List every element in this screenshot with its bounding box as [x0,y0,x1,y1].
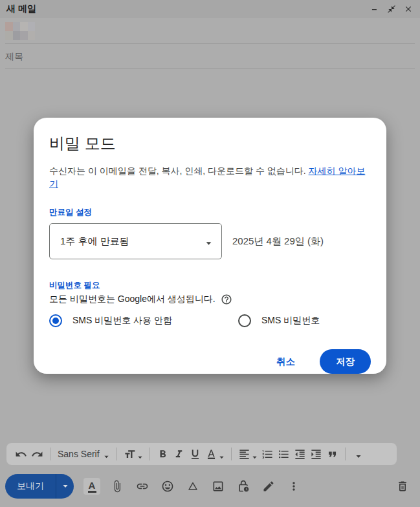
close-icon[interactable] [403,4,414,14]
window-title: 새 메일 [6,3,36,15]
cancel-button[interactable]: 취소 [271,352,300,372]
align-icon[interactable] [236,446,260,462]
discard-draft-icon[interactable] [394,478,411,495]
recipient-field[interactable] [5,18,415,44]
numbered-list-icon[interactable] [260,446,276,462]
expiry-dropdown[interactable]: 1주 후에 만료됨 [49,223,222,259]
chevron-down-icon [205,238,212,245]
exit-fullscreen-icon[interactable] [386,4,397,14]
insert-photo-icon[interactable] [210,478,227,495]
send-options-chevron-icon[interactable] [56,474,74,499]
bulleted-list-icon[interactable] [276,446,292,462]
chevron-down-icon [252,451,258,457]
toolbar-divider [50,448,50,460]
passcode-section-label: 비밀번호 필요 [49,280,371,291]
italic-icon[interactable] [171,446,187,462]
subject-field-row [5,44,415,69]
radio-unselected-icon [238,314,251,327]
font-family-value: Sans Serif [58,449,100,459]
toolbar-divider [231,448,232,460]
redo-icon[interactable] [29,446,45,462]
formatting-options-icon[interactable]: A [83,478,100,495]
subject-input[interactable] [5,51,415,61]
confidential-mode-icon[interactable] [235,478,252,495]
chevron-down-icon [137,451,143,457]
toolbar-divider [345,448,346,460]
bold-icon[interactable] [155,446,171,462]
indent-increase-icon[interactable] [308,446,324,462]
undo-icon[interactable] [13,446,29,462]
insert-link-icon[interactable] [134,478,151,495]
radio-selected-icon [49,314,62,327]
minimize-icon[interactable] [370,4,380,14]
save-button[interactable]: 저장 [320,349,371,374]
expiry-section-label: 만료일 설정 [49,207,371,218]
toolbar-divider [116,448,117,460]
insert-signature-icon[interactable] [260,478,277,495]
indent-decrease-icon[interactable] [292,446,308,462]
dialog-description: 수신자는 이 이메일을 전달, 복사, 인쇄, 다운로드할 수 없습니다. 자세… [49,164,371,190]
radio-option-no-sms-passcode[interactable]: SMS 비밀번호 사용 안함 [49,314,238,327]
radio-option-sms-passcode[interactable]: SMS 비밀번호 [238,314,320,327]
toolbar-divider [149,448,150,460]
chevron-down-icon [219,451,225,457]
more-options-icon[interactable] [285,478,302,495]
compose-titlebar: 새 메일 [0,0,420,18]
passcode-description: 모든 비밀번호는 Google에서 생성됩니다. [49,294,216,305]
expiry-selected-value: 1주 후에 만료됨 [60,235,129,248]
font-family-selector[interactable]: Sans Serif [55,449,112,459]
window-controls [370,4,414,14]
attach-file-icon[interactable] [109,478,126,495]
expiry-date-text: 2025년 4월 29일 (화) [232,235,324,248]
more-formatting-icon[interactable] [350,446,366,462]
send-button[interactable]: 보내기 [5,474,56,499]
confidential-mode-dialog: 비밀 모드 수신자는 이 이메일을 전달, 복사, 인쇄, 다운로드할 수 없습… [34,118,386,374]
compose-window: 새 메일 San [0,0,420,507]
chevron-down-icon [104,451,109,457]
send-split-button: 보내기 [5,474,74,499]
insert-emoji-icon[interactable] [159,478,176,495]
compose-actions-bar: 보내기 A [5,471,411,502]
text-color-icon[interactable] [203,446,227,462]
insert-from-drive-icon[interactable] [184,478,201,495]
redacted-recipient-chip [5,22,35,40]
quote-icon[interactable] [324,446,340,462]
underline-icon[interactable] [187,446,203,462]
help-icon[interactable] [221,294,232,305]
dialog-title: 비밀 모드 [49,133,371,154]
font-size-icon[interactable] [122,446,145,462]
formatting-toolbar: Sans Serif [6,443,397,465]
